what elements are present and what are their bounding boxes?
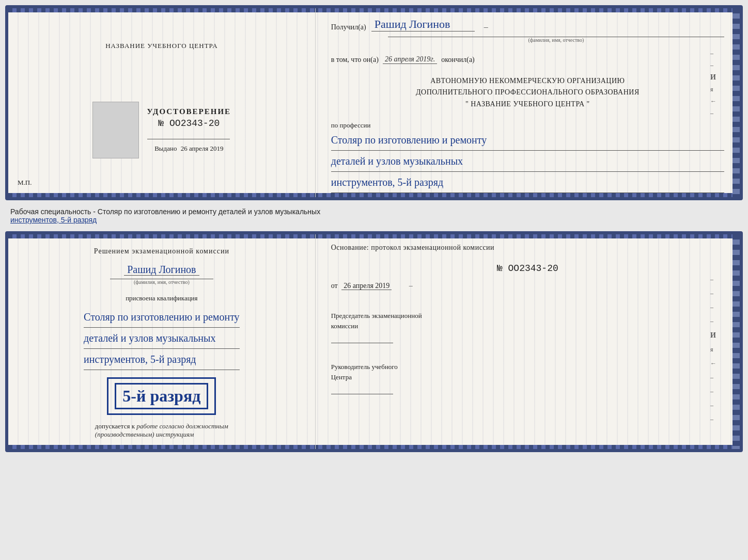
vydano-label: Выдано [154,145,177,152]
side-i: И [710,73,716,82]
vydano-date: 26 апреля 2019 [181,145,224,152]
document-card-1: НАЗВАНИЕ УЧЕБНОГО ЦЕНТРА УДОСТОВЕРЕНИЕ №… [5,5,743,200]
dash-1: – [484,22,488,31]
sd2-dash-3: – [710,303,716,311]
osnovanie-label: Основание: протокол экзаменационной коми… [331,244,494,251]
predsedatel-title: Председатель экзаменационной [331,312,422,319]
org-line1: АВТОНОМНУЮ НЕКОММЕРЧЕСКУЮ ОРГАНИЗАЦИЮ [331,75,724,87]
sd2-dash-6: – [710,388,716,395]
predsedatel-block: Председатель экзаменационной комиссии [331,311,724,345]
side-ya: я [710,86,716,93]
sd2-ya: я [710,346,716,354]
doc2-prof-line1: Столяр по изготовлению и ремонту [84,307,240,328]
fio-label-2: (фамилия, имя, отчество) [110,279,213,285]
profession-line1: Столяр по изготовлению и ремонту [331,130,724,151]
side-arrow: ← [710,98,716,105]
org-line2: ДОПОЛНИТЕЛЬНОГО ПРОФЕССИОНАЛЬНОГО ОБРАЗО… [331,87,724,98]
rukovoditel-title: Руководитель учебного [331,363,398,371]
between-text-underline: инструментов, 5-й разряд [10,216,97,224]
org-block: АВТОНОМНУЮ НЕКОММЕРЧЕСКУЮ ОРГАНИЗАЦИЮ ДО… [331,75,724,110]
vtom-date: 26 апреля 2019г. [383,55,437,64]
sd2-dash-1: – [710,276,716,283]
doc2-prof-line2: деталей и узлов музыкальных [84,328,240,349]
sd2-dash-2: – [710,290,716,297]
vtom-label: в том, что он(а) [331,56,379,64]
okonchil-label: окончил(а) [441,56,475,64]
rank-highlight-box: 5-й разряд [107,377,216,415]
osnovanie-block: Основание: протокол экзаменационной коми… [331,244,724,252]
side-dash-3: – [710,109,716,117]
predsedatel-signature-line [331,333,393,343]
sd2-i: И [710,331,716,340]
doc2-left-panel: Решением экзаменационной комиссии Рашид … [8,234,316,449]
rukovoditel-subtitle: Центра [331,373,352,381]
dopuskaetsya-text: работе согласно должностным [136,422,228,430]
doc1-org-name: НАЗВАНИЕ УЧЕБНОГО ЦЕНТРА [105,42,217,50]
sd2-dash-4: – [710,317,716,325]
doc2-recipient-name: Рашид Логинов [124,264,199,276]
rukovoditel-block: Руководитель учебного Центра [331,362,724,396]
doc2-profession-block: Столяр по изготовлению и ремонту деталей… [84,307,240,370]
udostoverenie-title: УДОСТОВЕРЕНИЕ [147,107,231,116]
sd2-dash-5: – [710,374,716,381]
sd2-arrow: ← [710,360,716,367]
rank-highlight: 5-й разряд [115,383,208,409]
doc2-right-panel: Основание: протокол экзаменационной коми… [316,234,740,449]
vydano-line: Выдано 26 апреля 2019 [147,145,231,153]
po-professii-block: по профессии Столяр по изготовлению и ре… [331,121,724,193]
between-label: Рабочая специальность - Столяр по изгото… [5,204,743,227]
document-card-2: Решением экзаменационной комиссии Рашид … [5,231,743,452]
ot-label: от [331,282,338,290]
ot-dash: – [409,282,413,290]
mp-label: М.П. [18,179,32,187]
sd2-dash-7: – [710,402,716,409]
vtom-row: в том, что он(а) 26 апреля 2019г. окончи… [331,55,724,64]
fio-label-1: (фамилия, имя, отчество) [388,37,724,43]
between-text-before: Рабочая специальность - Столяр по изгото… [10,207,320,216]
ot-line: от 26 апреля 2019 – [331,282,724,290]
dopuskaetsya-text2: (производственным) инструкциям [95,430,194,438]
prisvoena-label: присвоена квалификация [126,294,197,302]
rukovoditel-signature-line [331,384,393,394]
udostoverenie-number: № OO2343-20 [147,118,231,129]
side-letters: – – И я ← – [710,50,716,117]
doc2-prof-line3: инструментов, 5-й разряд [84,349,240,370]
predsedatel-subtitle: комиссии [331,322,359,330]
resheniem-title: Решением экзаменационной комиссии [94,246,229,257]
sd2-dash-8: – [710,415,716,423]
protocol-number: № OO2343-20 [331,263,724,274]
side-dash-1: – [710,50,716,57]
doc1-right-panel: Получил(a) Рашид Логинов – (фамилия, имя… [316,8,740,197]
dopuskaetsya-label: допускается к [95,422,135,430]
doc1-left-panel: НАЗВАНИЕ УЧЕБНОГО ЦЕНТРА УДОСТОВЕРЕНИЕ №… [8,8,316,197]
profession-line2: деталей и узлов музыкальных [331,151,724,172]
profession-line3: инструментов, 5-й разряд [331,172,724,193]
decorative-edge-2 [733,234,740,449]
po-professii-label: по профессии [331,121,724,130]
recipient-name: Рашид Логинов [371,18,475,31]
dopuskaetsya-block: допускается к работе согласно должностны… [95,422,228,439]
side-letters-2: – – – – И я ← – – – – [710,276,716,423]
ot-date: 26 апреля 2019 [341,282,392,290]
side-dash-2: – [710,61,716,69]
recipient-row: Получил(a) Рашид Логинов – [331,18,724,31]
poluchil-label: Получил(a) [331,23,366,31]
decorative-edge-1 [733,8,740,197]
photo-placeholder [92,102,139,158]
org-line3: " НАЗВАНИЕ УЧЕБНОГО ЦЕНТРА " [331,99,724,110]
